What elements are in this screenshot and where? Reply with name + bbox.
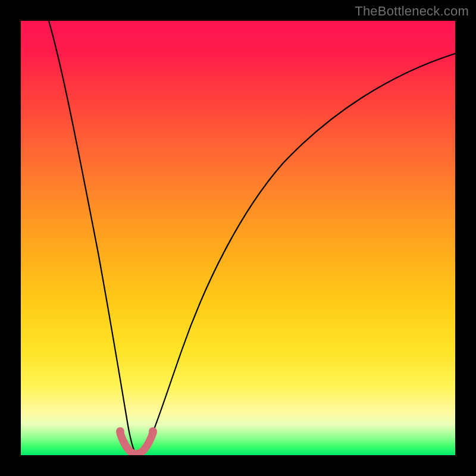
highlight-dot-left-2	[121, 439, 128, 446]
bottleneck-curve	[49, 21, 455, 454]
chart-frame: TheBottleneck.com	[0, 0, 476, 476]
plot-area	[21, 21, 455, 455]
highlight-dot-right-2	[145, 439, 152, 446]
highlight-dot-right	[149, 427, 157, 436]
highlight-dot-left	[116, 427, 124, 436]
watermark-text: TheBottleneck.com	[355, 4, 469, 19]
curves-svg	[21, 21, 455, 455]
